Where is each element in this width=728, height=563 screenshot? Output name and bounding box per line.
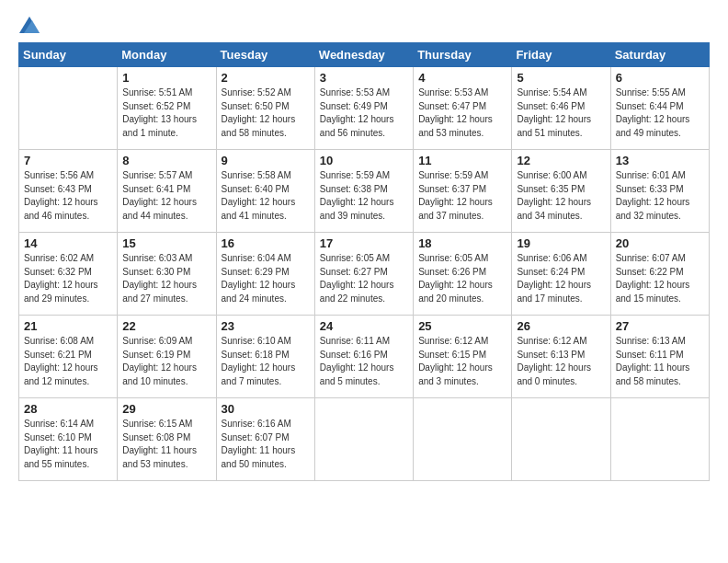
day-info: Sunrise: 6:03 AMSunset: 6:30 PMDaylight:… (122, 252, 210, 305)
calendar-cell: 1Sunrise: 5:51 AMSunset: 6:52 PMDaylight… (118, 67, 216, 150)
day-number: 25 (418, 319, 506, 333)
calendar-cell: 6Sunrise: 5:55 AMSunset: 6:44 PMDaylight… (610, 67, 709, 150)
day-number: 12 (517, 154, 605, 167)
calendar-cell: 7Sunrise: 5:56 AMSunset: 6:43 PMDaylight… (19, 150, 118, 233)
day-number: 2 (222, 71, 310, 85)
calendar-cell: 18Sunrise: 6:05 AMSunset: 6:26 PMDayligh… (414, 233, 512, 316)
day-info: Sunrise: 6:04 AMSunset: 6:29 PMDaylight:… (222, 252, 310, 305)
week-row-1: 1Sunrise: 5:51 AMSunset: 6:52 PMDaylight… (19, 67, 710, 150)
logo-icon (19, 17, 40, 33)
day-info: Sunrise: 6:13 AMSunset: 6:11 PMDaylight:… (616, 335, 704, 388)
day-number: 20 (616, 236, 704, 250)
header (18, 17, 710, 33)
day-number: 24 (320, 319, 408, 333)
day-info: Sunrise: 6:16 AMSunset: 6:07 PMDaylight:… (222, 418, 310, 471)
day-info: Sunrise: 5:54 AMSunset: 6:46 PMDaylight:… (517, 86, 605, 140)
calendar-cell: 28Sunrise: 6:14 AMSunset: 6:10 PMDayligh… (19, 398, 118, 481)
week-row-3: 14Sunrise: 6:02 AMSunset: 6:32 PMDayligh… (19, 233, 710, 316)
day-info: Sunrise: 6:05 AMSunset: 6:27 PMDaylight:… (320, 252, 408, 305)
calendar-cell: 11Sunrise: 5:59 AMSunset: 6:37 PMDayligh… (414, 150, 512, 233)
day-info: Sunrise: 6:05 AMSunset: 6:26 PMDaylight:… (418, 252, 506, 305)
day-number: 9 (222, 154, 310, 167)
day-info: Sunrise: 5:59 AMSunset: 6:37 PMDaylight:… (418, 169, 506, 223)
day-number: 4 (418, 71, 506, 85)
day-number: 16 (222, 236, 310, 250)
calendar-cell: 26Sunrise: 6:12 AMSunset: 6:13 PMDayligh… (512, 316, 610, 398)
calendar-cell: 10Sunrise: 5:59 AMSunset: 6:38 PMDayligh… (314, 150, 413, 233)
day-number: 21 (24, 319, 112, 333)
day-info: Sunrise: 5:59 AMSunset: 6:38 PMDaylight:… (320, 169, 408, 223)
calendar-cell: 20Sunrise: 6:07 AMSunset: 6:22 PMDayligh… (610, 233, 709, 316)
calendar-cell: 30Sunrise: 6:16 AMSunset: 6:07 PMDayligh… (216, 398, 314, 481)
day-number: 6 (616, 71, 704, 85)
calendar-cell: 14Sunrise: 6:02 AMSunset: 6:32 PMDayligh… (19, 233, 118, 316)
day-info: Sunrise: 5:53 AMSunset: 6:47 PMDaylight:… (418, 86, 506, 140)
day-number: 26 (517, 319, 605, 333)
day-info: Sunrise: 6:14 AMSunset: 6:10 PMDaylight:… (24, 418, 112, 471)
calendar-cell: 12Sunrise: 6:00 AMSunset: 6:35 PMDayligh… (512, 150, 610, 233)
calendar-cell: 24Sunrise: 6:11 AMSunset: 6:16 PMDayligh… (314, 316, 413, 398)
day-number: 10 (320, 154, 408, 167)
day-number: 19 (517, 236, 605, 250)
day-number: 1 (122, 71, 210, 85)
page: SundayMondayTuesdayWednesdayThursdayFrid… (0, 0, 728, 563)
day-number: 13 (616, 154, 704, 167)
day-info: Sunrise: 5:56 AMSunset: 6:43 PMDaylight:… (24, 169, 112, 223)
calendar-cell: 8Sunrise: 5:57 AMSunset: 6:41 PMDaylight… (118, 150, 216, 233)
calendar-cell: 2Sunrise: 5:52 AMSunset: 6:50 PMDaylight… (216, 67, 314, 150)
calendar-cell: 5Sunrise: 5:54 AMSunset: 6:46 PMDaylight… (512, 67, 610, 150)
day-info: Sunrise: 5:51 AMSunset: 6:52 PMDaylight:… (122, 86, 210, 140)
day-info: Sunrise: 5:53 AMSunset: 6:49 PMDaylight:… (320, 86, 408, 140)
calendar-cell: 17Sunrise: 6:05 AMSunset: 6:27 PMDayligh… (314, 233, 413, 316)
header-thursday: Thursday (414, 43, 512, 67)
calendar-header-row: SundayMondayTuesdayWednesdayThursdayFrid… (19, 43, 710, 67)
day-info: Sunrise: 6:08 AMSunset: 6:21 PMDaylight:… (24, 335, 112, 388)
logo (18, 17, 40, 33)
day-info: Sunrise: 5:55 AMSunset: 6:44 PMDaylight:… (616, 86, 704, 140)
day-info: Sunrise: 6:15 AMSunset: 6:08 PMDaylight:… (122, 418, 210, 471)
calendar-cell (314, 398, 413, 481)
day-number: 30 (222, 402, 310, 416)
day-number: 11 (418, 154, 506, 167)
day-number: 8 (122, 154, 210, 167)
calendar-cell: 13Sunrise: 6:01 AMSunset: 6:33 PMDayligh… (610, 150, 709, 233)
calendar-cell: 3Sunrise: 5:53 AMSunset: 6:49 PMDaylight… (314, 67, 413, 150)
header-monday: Monday (118, 43, 216, 67)
header-tuesday: Tuesday (216, 43, 314, 67)
calendar-cell: 23Sunrise: 6:10 AMSunset: 6:18 PMDayligh… (216, 316, 314, 398)
day-number: 7 (24, 154, 112, 167)
day-number: 15 (122, 236, 210, 250)
day-number: 5 (517, 71, 605, 85)
calendar-cell (610, 398, 709, 481)
day-number: 27 (616, 319, 704, 333)
calendar-cell (414, 398, 512, 481)
day-number: 23 (222, 319, 310, 333)
calendar-cell: 22Sunrise: 6:09 AMSunset: 6:19 PMDayligh… (118, 316, 216, 398)
day-number: 22 (122, 319, 210, 333)
week-row-5: 28Sunrise: 6:14 AMSunset: 6:10 PMDayligh… (19, 398, 710, 481)
header-saturday: Saturday (610, 43, 709, 67)
calendar-cell: 4Sunrise: 5:53 AMSunset: 6:47 PMDaylight… (414, 67, 512, 150)
day-number: 28 (24, 402, 112, 416)
calendar-cell: 15Sunrise: 6:03 AMSunset: 6:30 PMDayligh… (118, 233, 216, 316)
day-number: 29 (122, 402, 210, 416)
day-number: 14 (24, 236, 112, 250)
header-wednesday: Wednesday (314, 43, 413, 67)
day-info: Sunrise: 6:10 AMSunset: 6:18 PMDaylight:… (222, 335, 310, 388)
calendar-cell: 25Sunrise: 6:12 AMSunset: 6:15 PMDayligh… (414, 316, 512, 398)
calendar-cell: 16Sunrise: 6:04 AMSunset: 6:29 PMDayligh… (216, 233, 314, 316)
calendar-cell: 21Sunrise: 6:08 AMSunset: 6:21 PMDayligh… (19, 316, 118, 398)
day-info: Sunrise: 6:12 AMSunset: 6:15 PMDaylight:… (418, 335, 506, 388)
calendar-cell: 27Sunrise: 6:13 AMSunset: 6:11 PMDayligh… (610, 316, 709, 398)
day-number: 3 (320, 71, 408, 85)
calendar-cell: 9Sunrise: 5:58 AMSunset: 6:40 PMDaylight… (216, 150, 314, 233)
day-number: 17 (320, 236, 408, 250)
calendar: SundayMondayTuesdayWednesdayThursdayFrid… (18, 42, 710, 481)
calendar-cell: 29Sunrise: 6:15 AMSunset: 6:08 PMDayligh… (118, 398, 216, 481)
day-info: Sunrise: 5:57 AMSunset: 6:41 PMDaylight:… (122, 169, 210, 223)
week-row-4: 21Sunrise: 6:08 AMSunset: 6:21 PMDayligh… (19, 316, 710, 398)
day-info: Sunrise: 6:00 AMSunset: 6:35 PMDaylight:… (517, 169, 605, 223)
day-info: Sunrise: 6:12 AMSunset: 6:13 PMDaylight:… (517, 335, 605, 388)
week-row-2: 7Sunrise: 5:56 AMSunset: 6:43 PMDaylight… (19, 150, 710, 233)
day-info: Sunrise: 5:52 AMSunset: 6:50 PMDaylight:… (222, 86, 310, 140)
